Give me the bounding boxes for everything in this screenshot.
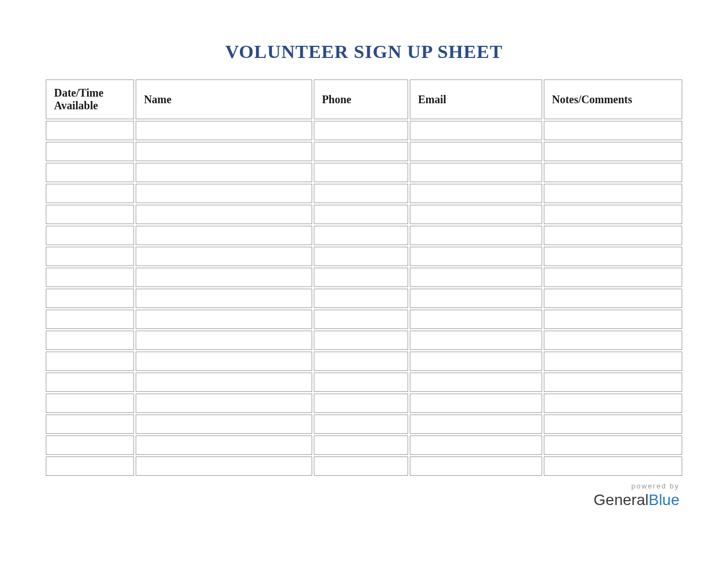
cell-phone[interactable]: [314, 352, 408, 371]
table-row: [46, 268, 682, 287]
cell-phone[interactable]: [314, 289, 408, 308]
cell-phone[interactable]: [314, 415, 408, 434]
cell-notes[interactable]: [544, 435, 682, 455]
table-row: [46, 373, 682, 392]
cell-phone[interactable]: [314, 373, 408, 392]
cell-datetime[interactable]: [46, 373, 134, 392]
cell-name[interactable]: [136, 247, 312, 266]
cell-datetime[interactable]: [46, 415, 134, 434]
table-row: [46, 352, 682, 371]
cell-notes[interactable]: [544, 247, 682, 266]
table-row: [46, 142, 682, 161]
cell-email[interactable]: [410, 352, 542, 371]
page-title: VOLUNTEER SIGN UP SHEET: [44, 41, 684, 62]
cell-email[interactable]: [410, 373, 542, 392]
cell-notes[interactable]: [544, 184, 682, 203]
cell-name[interactable]: [136, 268, 312, 287]
cell-datetime[interactable]: [46, 163, 134, 182]
cell-datetime[interactable]: [46, 352, 134, 371]
cell-name[interactable]: [136, 184, 312, 203]
cell-phone[interactable]: [314, 163, 408, 182]
cell-datetime[interactable]: [46, 456, 134, 476]
cell-datetime[interactable]: [46, 435, 134, 455]
cell-email[interactable]: [410, 394, 542, 413]
cell-email[interactable]: [410, 121, 542, 140]
cell-notes[interactable]: [544, 331, 682, 350]
cell-name[interactable]: [136, 226, 312, 245]
cell-phone[interactable]: [314, 121, 408, 140]
cell-name[interactable]: [136, 142, 312, 161]
cell-notes[interactable]: [544, 226, 682, 245]
cell-name[interactable]: [136, 289, 312, 308]
cell-datetime[interactable]: [46, 205, 134, 224]
cell-name[interactable]: [136, 373, 312, 392]
cell-email[interactable]: [410, 205, 542, 224]
table-row: [46, 456, 682, 476]
cell-notes[interactable]: [544, 310, 682, 329]
cell-datetime[interactable]: [46, 394, 134, 413]
cell-name[interactable]: [136, 394, 312, 413]
cell-notes[interactable]: [544, 121, 682, 140]
cell-datetime[interactable]: [46, 268, 134, 287]
footer: powered by GeneralBlue: [44, 482, 684, 509]
cell-notes[interactable]: [544, 142, 682, 161]
cell-notes[interactable]: [544, 205, 682, 224]
cell-phone[interactable]: [314, 268, 408, 287]
cell-email[interactable]: [410, 163, 542, 182]
brand-logo: GeneralBlue: [593, 491, 679, 508]
cell-datetime[interactable]: [46, 289, 134, 308]
cell-phone[interactable]: [314, 456, 408, 476]
cell-notes[interactable]: [544, 352, 682, 371]
table-row: [46, 331, 682, 350]
cell-email[interactable]: [410, 456, 542, 476]
cell-datetime[interactable]: [46, 247, 134, 266]
cell-email[interactable]: [410, 415, 542, 434]
cell-datetime[interactable]: [46, 184, 134, 203]
header-name: Name: [136, 79, 312, 119]
cell-name[interactable]: [136, 331, 312, 350]
cell-name[interactable]: [136, 415, 312, 434]
cell-email[interactable]: [410, 226, 542, 245]
cell-email[interactable]: [410, 247, 542, 266]
cell-email[interactable]: [410, 289, 542, 308]
cell-phone[interactable]: [314, 247, 408, 266]
table-row: [46, 310, 682, 329]
cell-name[interactable]: [136, 121, 312, 140]
cell-phone[interactable]: [314, 184, 408, 203]
table-row: [46, 184, 682, 203]
cell-email[interactable]: [410, 310, 542, 329]
cell-name[interactable]: [136, 205, 312, 224]
table-row: [46, 226, 682, 245]
brand-blue-text: Blue: [649, 491, 679, 508]
cell-phone[interactable]: [314, 310, 408, 329]
cell-email[interactable]: [410, 435, 542, 455]
cell-email[interactable]: [410, 331, 542, 350]
cell-phone[interactable]: [314, 435, 408, 455]
cell-phone[interactable]: [314, 331, 408, 350]
cell-phone[interactable]: [314, 205, 408, 224]
cell-name[interactable]: [136, 456, 312, 476]
cell-datetime[interactable]: [46, 121, 134, 140]
cell-notes[interactable]: [544, 415, 682, 434]
cell-notes[interactable]: [544, 373, 682, 392]
cell-phone[interactable]: [314, 394, 408, 413]
cell-name[interactable]: [136, 163, 312, 182]
cell-email[interactable]: [410, 142, 542, 161]
cell-datetime[interactable]: [46, 142, 134, 161]
cell-datetime[interactable]: [46, 331, 134, 350]
cell-datetime[interactable]: [46, 226, 134, 245]
cell-email[interactable]: [410, 268, 542, 287]
cell-name[interactable]: [136, 352, 312, 371]
cell-phone[interactable]: [314, 226, 408, 245]
cell-notes[interactable]: [544, 163, 682, 182]
cell-name[interactable]: [136, 435, 312, 455]
cell-email[interactable]: [410, 184, 542, 203]
cell-notes[interactable]: [544, 394, 682, 413]
cell-datetime[interactable]: [46, 310, 134, 329]
cell-notes[interactable]: [544, 289, 682, 308]
cell-phone[interactable]: [314, 142, 408, 161]
cell-notes[interactable]: [544, 268, 682, 287]
cell-notes[interactable]: [544, 456, 682, 476]
powered-by-label: powered by: [44, 482, 679, 490]
cell-name[interactable]: [136, 310, 312, 329]
